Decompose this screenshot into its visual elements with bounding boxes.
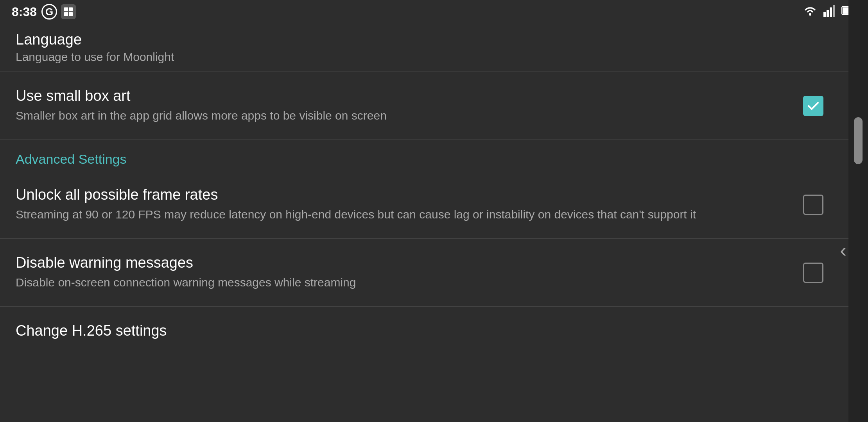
status-bar: 8:38 G	[0, 0, 868, 23]
svg-rect-6	[827, 10, 829, 17]
wifi-icon	[802, 4, 818, 20]
checkbox-checked-icon	[803, 96, 823, 116]
use-small-box-art-checkbox[interactable]	[802, 94, 825, 118]
use-small-box-art-row[interactable]: Use small box art Smaller box art in the…	[0, 72, 848, 140]
use-small-box-art-title: Use small box art	[16, 88, 778, 104]
svg-rect-2	[64, 12, 68, 16]
language-title: Language	[16, 31, 825, 48]
status-time: 8:38	[12, 5, 37, 19]
use-small-box-art-text: Use small box art Smaller box art in the…	[16, 88, 802, 124]
scrollbar-thumb[interactable]	[854, 117, 863, 164]
checkbox-unchecked-icon-2	[803, 263, 823, 283]
scrollbar[interactable]	[848, 0, 868, 422]
back-arrow-button[interactable]: ‹	[840, 239, 846, 261]
disable-warnings-title: Disable warning messages	[16, 254, 778, 271]
svg-rect-5	[823, 12, 826, 17]
disable-warnings-row[interactable]: Disable warning messages Disable on-scre…	[0, 239, 848, 307]
unlock-frame-rates-row[interactable]: Unlock all possible frame rates Streamin…	[0, 171, 848, 239]
disable-warnings-checkbox[interactable]	[802, 261, 825, 284]
advanced-settings-header: Advanced Settings	[0, 140, 848, 171]
change-h265-title: Change H.265 settings	[16, 322, 802, 339]
language-row[interactable]: Language Language to use for Moonlight	[0, 23, 848, 72]
change-h265-row[interactable]: Change H.265 settings	[0, 307, 848, 358]
svg-point-4	[809, 13, 811, 16]
change-h265-text: Change H.265 settings	[16, 322, 825, 342]
disable-warnings-subtitle: Disable on-screen connection warning mes…	[16, 274, 778, 291]
unlock-frame-rates-title: Unlock all possible frame rates	[16, 186, 778, 203]
disable-warnings-text: Disable warning messages Disable on-scre…	[16, 254, 802, 291]
app-icon	[61, 4, 76, 19]
signal-icon	[823, 4, 836, 20]
advanced-settings-label: Advanced Settings	[16, 152, 833, 167]
unlock-frame-rates-subtitle: Streaming at 90 or 120 FPS may reduce la…	[16, 206, 778, 223]
svg-rect-3	[69, 12, 73, 16]
svg-rect-0	[64, 7, 68, 11]
google-icon: G	[41, 4, 57, 20]
main-content: Language Language to use for Moonlight U…	[0, 23, 848, 422]
status-icons: G	[41, 4, 76, 20]
svg-rect-7	[830, 7, 832, 17]
language-subtitle: Language to use for Moonlight	[16, 50, 825, 64]
status-bar-left: 8:38 G	[12, 4, 76, 20]
svg-rect-8	[833, 5, 835, 17]
svg-rect-1	[69, 7, 73, 11]
use-small-box-art-subtitle: Smaller box art in the app grid allows m…	[16, 107, 778, 124]
unlock-frame-rates-checkbox[interactable]	[802, 193, 825, 216]
checkbox-unchecked-icon	[803, 195, 823, 215]
unlock-frame-rates-text: Unlock all possible frame rates Streamin…	[16, 186, 802, 223]
